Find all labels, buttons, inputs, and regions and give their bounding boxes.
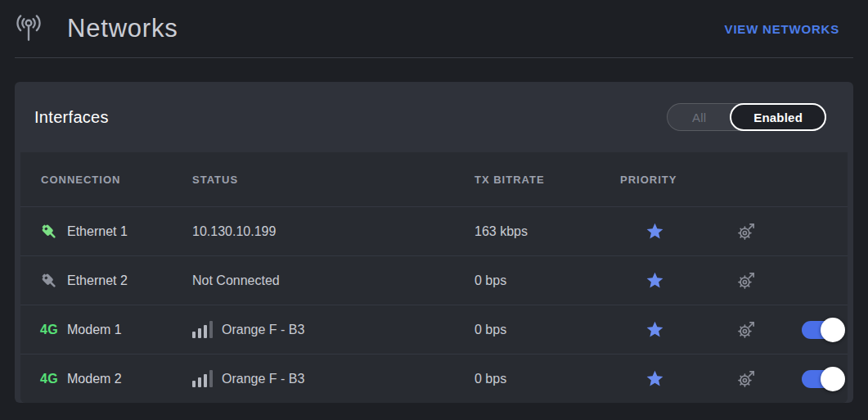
priority-star-icon[interactable]	[645, 271, 664, 290]
settings-cell	[691, 270, 802, 291]
interfaces-panel-header: Interfaces All Enabled	[15, 82, 853, 152]
table-header-row: CONNECTION STATUS TX BITRATE PRIORITY	[20, 152, 848, 206]
interfaces-panel: Interfaces All Enabled CONNECTION STATUS…	[15, 82, 853, 403]
column-header-tx-bitrate: TX BITRATE	[474, 174, 618, 186]
table-row: Ethernet 2 Not Connected 0 bps	[20, 255, 848, 305]
networks-header: Networks VIEW NETWORKS	[15, 0, 853, 58]
enable-toggle[interactable]	[802, 370, 843, 388]
connection-cell: 4G Modem 2	[20, 372, 192, 386]
ethernet-disconnected-icon	[39, 271, 59, 291]
connection-name: Ethernet 2	[67, 273, 128, 288]
priority-star-icon[interactable]	[645, 369, 664, 388]
4g-badge: 4G	[40, 372, 58, 386]
priority-star-icon[interactable]	[645, 320, 664, 339]
settings-cell	[691, 368, 802, 389]
status-text: Not Connected	[192, 273, 280, 288]
toggle-knob	[821, 318, 845, 342]
status-cell: 10.130.10.199	[192, 224, 474, 239]
toggle-knob	[821, 367, 845, 391]
table-row: 4G Modem 1 Orange F - B3 0 bps	[20, 305, 848, 354]
signal-strength-icon	[192, 370, 213, 387]
settings-gear-icon[interactable]	[736, 270, 757, 291]
settings-cell	[691, 319, 802, 340]
connection-name: Modem 1	[67, 323, 122, 337]
status-cell: Orange F - B3	[192, 370, 474, 387]
settings-gear-icon[interactable]	[736, 368, 757, 389]
priority-cell	[618, 222, 691, 241]
connection-cell: 4G Modem 1	[20, 323, 192, 337]
status-text: Orange F - B3	[222, 372, 304, 386]
status-cell: Not Connected	[192, 273, 474, 288]
toggle-cell	[802, 272, 861, 290]
connection-name: Ethernet 1	[67, 224, 128, 239]
antenna-icon	[13, 13, 44, 44]
ethernet-connected-icon	[39, 222, 59, 242]
signal-strength-icon	[192, 321, 213, 338]
tx-bitrate: 0 bps	[474, 372, 618, 386]
connection-cell: Ethernet 1	[20, 222, 192, 242]
connection-cell: Ethernet 2	[20, 271, 192, 291]
column-header-status: STATUS	[192, 174, 474, 186]
filter-segmented-control: All Enabled	[667, 103, 826, 131]
view-networks-link[interactable]: VIEW NETWORKS	[725, 22, 839, 36]
priority-cell	[618, 320, 691, 339]
table-row: 4G Modem 2 Orange F - B3 0 bps	[20, 354, 848, 403]
4g-badge: 4G	[40, 323, 58, 337]
table-body: Ethernet 1 10.130.10.199 163 kbps	[20, 206, 848, 403]
settings-gear-icon[interactable]	[736, 319, 757, 340]
toggle-cell	[802, 223, 861, 241]
connection-icon-slot	[39, 222, 59, 242]
status-cell: Orange F - B3	[192, 321, 474, 338]
status-text: Orange F - B3	[222, 323, 304, 337]
connection-name: Modem 2	[67, 372, 122, 386]
connection-icon-slot: 4G	[39, 372, 59, 386]
tx-bitrate: 0 bps	[474, 323, 618, 337]
page-title: Networks	[67, 14, 178, 43]
settings-gear-icon[interactable]	[736, 221, 757, 242]
column-header-priority: PRIORITY	[618, 174, 691, 186]
enable-toggle[interactable]	[802, 321, 843, 339]
toggle-cell	[802, 370, 861, 388]
filter-all-button[interactable]: All	[668, 103, 731, 131]
connection-icon-slot: 4G	[39, 323, 59, 337]
connection-icon-slot	[39, 271, 59, 291]
tx-bitrate: 0 bps	[474, 273, 618, 288]
priority-cell	[618, 271, 691, 290]
interfaces-table: CONNECTION STATUS TX BITRATE PRIORITY	[20, 152, 848, 403]
column-header-connection: CONNECTION	[20, 174, 192, 186]
filter-enabled-button[interactable]: Enabled	[730, 103, 826, 131]
priority-star-icon[interactable]	[645, 222, 664, 241]
panel-title: Interfaces	[34, 108, 109, 127]
status-text: 10.130.10.199	[192, 224, 276, 239]
table-row: Ethernet 1 10.130.10.199 163 kbps	[20, 206, 848, 255]
settings-cell	[691, 221, 802, 242]
toggle-cell	[802, 321, 861, 339]
priority-cell	[618, 369, 691, 388]
tx-bitrate: 163 kbps	[474, 224, 618, 239]
